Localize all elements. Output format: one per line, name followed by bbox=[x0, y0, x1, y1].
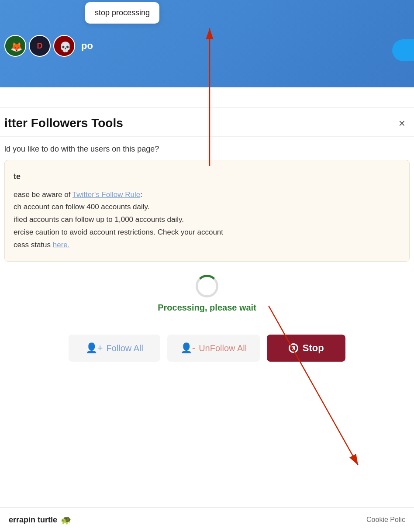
avatar-row: 🦊 D 💀 po bbox=[0, 35, 97, 57]
modal-subtitle: ld you like to do with the users on this… bbox=[0, 137, 414, 160]
svg-text:💀: 💀 bbox=[59, 41, 72, 53]
follow-rule-link[interactable]: Twitter's Follow Rule bbox=[72, 190, 140, 199]
unfollow-all-button[interactable]: 👤- UnFollow All bbox=[167, 335, 260, 362]
unfollow-all-icon: 👤- bbox=[180, 342, 195, 354]
notice-intro: ease be aware of Twitter's Follow Rule: bbox=[14, 189, 400, 201]
follow-all-icon: 👤+ bbox=[86, 342, 103, 354]
avatar-1: 🦊 bbox=[4, 35, 26, 57]
bottom-bar: errapin turtle 🐢 Cookie Polic bbox=[0, 507, 414, 532]
tooltip-text: stop processing bbox=[95, 8, 150, 17]
stop-button[interactable]: Stop bbox=[267, 335, 345, 362]
modal-overlay: itter Followers Tools × ld you like to d… bbox=[0, 107, 414, 370]
here-link[interactable]: here. bbox=[53, 241, 70, 249]
rule-2: ified accounts can follow up to 1,000 ac… bbox=[14, 214, 400, 226]
close-button[interactable]: × bbox=[399, 117, 405, 129]
avatar-3: 💀 bbox=[53, 35, 75, 57]
cookie-policy-link[interactable]: Cookie Polic bbox=[366, 516, 405, 524]
modal-title: itter Followers Tools bbox=[4, 116, 123, 130]
rule-3: ercise caution to avoid account restrict… bbox=[14, 226, 400, 239]
loading-spinner bbox=[196, 275, 218, 297]
stop-icon bbox=[289, 343, 298, 353]
rule-1: ch account can follow 400 accounts daily… bbox=[14, 201, 400, 214]
svg-text:🦊: 🦊 bbox=[10, 41, 23, 53]
follow-all-button[interactable]: 👤+ Follow All bbox=[69, 335, 160, 362]
notice-box: te ease be aware of Twitter's Follow Rul… bbox=[4, 160, 410, 262]
rule-3b: cess status here. bbox=[14, 239, 400, 252]
spinner-area: Processing, please wait bbox=[0, 262, 414, 321]
avatar-2: D bbox=[29, 35, 51, 57]
bg-username: po bbox=[81, 40, 93, 52]
notice-title: te bbox=[14, 170, 400, 183]
processing-text: Processing, please wait bbox=[158, 303, 256, 313]
bottom-username: errapin turtle 🐢 bbox=[9, 515, 72, 525]
tooltip-box: stop processing bbox=[85, 2, 159, 24]
modal-header: itter Followers Tools × bbox=[0, 107, 414, 137]
turtle-emoji: 🐢 bbox=[61, 515, 72, 525]
buttons-row: 👤+ Follow All 👤- UnFollow All Stop bbox=[0, 321, 414, 370]
twitter-blue-button[interactable] bbox=[392, 39, 414, 61]
